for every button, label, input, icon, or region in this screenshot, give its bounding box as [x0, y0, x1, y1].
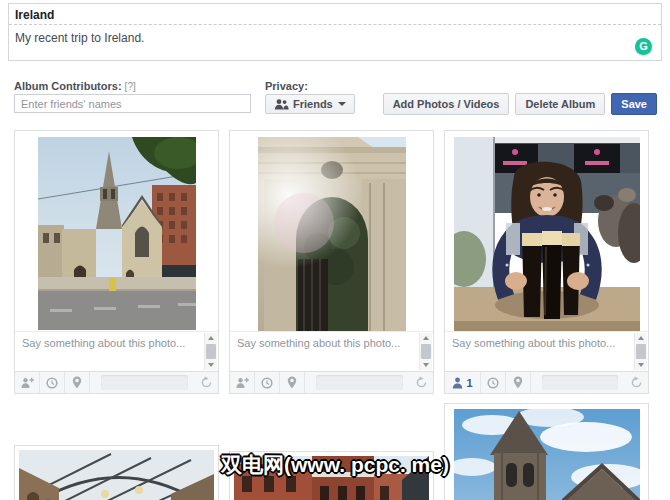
- album-edit-page: Ireland My recent trip to Ireland. G Alb…: [0, 0, 670, 500]
- privacy-value: Friends: [293, 98, 333, 110]
- caption-scrollbar[interactable]: [419, 333, 432, 370]
- tag-person-icon: [21, 377, 34, 389]
- delete-album-button[interactable]: Delete Album: [515, 93, 605, 115]
- location-pin-icon: [72, 376, 82, 389]
- contributors-input[interactable]: [14, 94, 251, 113]
- scroll-down-arrow-icon[interactable]: [635, 360, 647, 370]
- toolbar-inset: [316, 375, 403, 390]
- grammarly-icon[interactable]: G: [635, 38, 652, 55]
- scroll-down-arrow-icon[interactable]: [205, 360, 217, 370]
- photo-church-tower: [445, 404, 648, 500]
- photo-church-street: [15, 131, 218, 331]
- photo-card-1: Say something about this photo...: [14, 130, 219, 394]
- tag-person-icon: [236, 377, 249, 389]
- caption-placeholder: Say something about this photo...: [15, 332, 218, 354]
- contributors-label-text: Album Contributors:: [14, 80, 122, 92]
- toolbar-inset: [101, 375, 188, 390]
- watermark-text: 双电网(www. pcpc. me): [221, 451, 449, 479]
- photo-card-3: Say something about this photo... 1: [444, 130, 649, 394]
- scroll-thumb[interactable]: [636, 344, 646, 359]
- location-button[interactable]: [280, 372, 305, 393]
- photo-toolbar: [230, 371, 433, 393]
- add-photos-videos-button[interactable]: Add Photos / Videos: [383, 93, 510, 115]
- scroll-thumb[interactable]: [421, 344, 431, 359]
- album-description-input[interactable]: My recent trip to Ireland.: [9, 25, 661, 51]
- photo-guinness-girl: [445, 131, 648, 331]
- caption-scrollbar[interactable]: [204, 333, 217, 370]
- album-action-buttons: Add Photos / Videos Delete Album Save: [383, 93, 657, 115]
- location-pin-icon: [513, 376, 523, 389]
- tag-people-button[interactable]: [230, 372, 255, 393]
- photo-caption-input[interactable]: Say something about this photo...: [445, 331, 648, 371]
- tagged-person-icon: [452, 377, 463, 389]
- toolbar-inset: [542, 375, 618, 390]
- rotate-icon: [415, 376, 428, 389]
- privacy-label: Privacy:: [265, 80, 308, 92]
- location-button[interactable]: [506, 372, 531, 393]
- photo-card-6: [444, 403, 649, 500]
- tag-people-button[interactable]: [15, 372, 40, 393]
- rotate-photo-button[interactable]: [194, 372, 218, 393]
- caption-placeholder: Say something about this photo...: [445, 332, 648, 354]
- rotate-photo-button[interactable]: [409, 372, 433, 393]
- photo-caption-input[interactable]: Say something about this photo...: [15, 331, 218, 371]
- contributors-label: Album Contributors: [?]: [14, 80, 136, 92]
- tagged-people-button[interactable]: 1: [445, 372, 481, 393]
- date-button[interactable]: [255, 372, 280, 393]
- location-button[interactable]: [65, 372, 90, 393]
- photo-arcade: [19, 450, 214, 500]
- save-button[interactable]: Save: [611, 93, 657, 115]
- scroll-up-arrow-icon[interactable]: [205, 333, 217, 343]
- album-info-box: Ireland My recent trip to Ireland. G: [8, 3, 662, 61]
- date-button[interactable]: [40, 372, 65, 393]
- photo-toolbar: [15, 371, 218, 393]
- chevron-down-icon: [338, 102, 346, 106]
- caption-placeholder: Say something about this photo...: [230, 332, 433, 354]
- caption-scrollbar[interactable]: [634, 333, 647, 370]
- scroll-down-arrow-icon[interactable]: [420, 360, 432, 370]
- scroll-up-arrow-icon[interactable]: [420, 333, 432, 343]
- location-pin-icon: [287, 376, 297, 389]
- scroll-thumb[interactable]: [206, 344, 216, 359]
- clock-icon: [487, 377, 499, 389]
- tagged-count: 1: [466, 377, 472, 389]
- photo-card-4: [14, 445, 219, 500]
- scroll-up-arrow-icon[interactable]: [635, 333, 647, 343]
- privacy-selector[interactable]: Friends: [265, 94, 355, 114]
- date-button[interactable]: [481, 372, 506, 393]
- photo-caption-input[interactable]: Say something about this photo...: [230, 331, 433, 371]
- clock-icon: [46, 377, 58, 389]
- photo-card-2: Say something about this photo...: [229, 130, 434, 394]
- contributors-help-link[interactable]: [?]: [125, 81, 136, 92]
- rotate-photo-button[interactable]: [624, 372, 648, 393]
- photo-toolbar: 1: [445, 371, 648, 393]
- photo-arch: [230, 131, 433, 331]
- friends-icon: [274, 99, 289, 110]
- rotate-icon: [630, 376, 643, 389]
- rotate-icon: [200, 376, 213, 389]
- album-title-input[interactable]: Ireland: [9, 4, 661, 25]
- clock-icon: [261, 377, 273, 389]
